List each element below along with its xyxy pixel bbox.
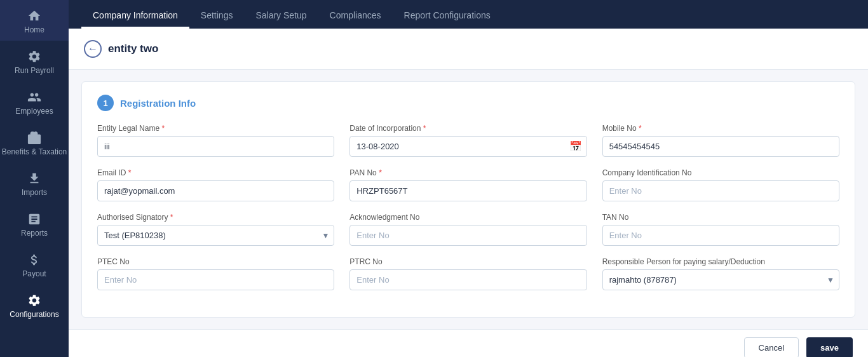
configurations-icon (27, 293, 41, 307)
tab-salary-setup[interactable]: Salary Setup (244, 4, 318, 29)
sidebar-item-payout[interactable]: Payout (0, 244, 69, 285)
mobile-no-group: Mobile No * (602, 124, 839, 157)
form-row-2: Email ID * PAN No * Company Identificati… (97, 168, 839, 201)
pan-no-group: PAN No * (349, 168, 587, 201)
authorised-signatory-wrapper: Test (EP810238) ▼ (97, 225, 334, 246)
save-button[interactable]: save (806, 337, 853, 357)
sidebar-item-label: Payout (22, 269, 46, 278)
acknowledgment-no-input[interactable] (349, 225, 587, 246)
entity-name: entity two (108, 43, 158, 55)
ptrc-no-input[interactable] (349, 269, 587, 290)
sidebar-item-reports[interactable]: Reports (0, 203, 69, 244)
tab-compliances[interactable]: Compliances (318, 4, 393, 29)
run-payroll-icon (27, 50, 41, 64)
sidebar-item-label: Home (24, 25, 44, 34)
date-of-incorporation-label: Date of Incorporation * (349, 124, 587, 133)
cancel-button[interactable]: Cancel (744, 337, 799, 357)
form-row-3: Authorised Signatory * Test (EP810238) ▼… (97, 213, 839, 246)
form-row-4: PTEC No PTRC No Responsible Person for p… (97, 257, 839, 290)
entity-legal-name-label: Entity Legal Name * (97, 124, 334, 133)
section-title: Registration Info (120, 98, 196, 109)
calendar-icon[interactable]: 📅 (569, 140, 582, 152)
back-button[interactable]: ← (84, 40, 102, 58)
payout-icon (27, 253, 41, 267)
tab-company-information[interactable]: Company Information (81, 4, 189, 29)
section-header: 1 Registration Info (97, 95, 839, 111)
tan-no-group: TAN No (602, 213, 839, 246)
email-id-input[interactable] (97, 180, 334, 201)
tan-no-label: TAN No (602, 213, 839, 222)
ptec-no-label: PTEC No (97, 257, 334, 266)
sidebar: Home Run Payroll Employees Benefits & Ta… (0, 0, 69, 357)
company-identification-input[interactable] (602, 180, 839, 201)
ptec-no-input[interactable] (97, 269, 334, 290)
sidebar-item-employees[interactable]: Employees (0, 81, 69, 122)
tan-no-input[interactable] (602, 225, 839, 246)
mobile-no-label: Mobile No * (602, 124, 839, 133)
sidebar-item-benefits-taxation[interactable]: Benefits & Taxation (0, 122, 69, 163)
ptrc-no-group: PTRC No (349, 257, 587, 290)
sidebar-item-label: Imports (22, 188, 47, 197)
responsible-person-wrapper: rajmahto (878787) ▼ (602, 269, 839, 290)
authorised-signatory-group: Authorised Signatory * Test (EP810238) ▼ (97, 213, 334, 246)
date-input-wrapper: 📅 (349, 136, 587, 157)
tab-settings[interactable]: Settings (189, 4, 245, 29)
company-identification-group: Company Identification No (602, 168, 839, 201)
ptec-no-group: PTEC No (97, 257, 334, 290)
sidebar-item-label: Benefits & Taxation (2, 147, 67, 156)
sidebar-item-label: Run Payroll (15, 66, 54, 75)
date-of-incorporation-group: Date of Incorporation * 📅 (349, 124, 587, 157)
sidebar-item-label: Reports (21, 229, 48, 238)
entity-legal-name-input[interactable] (97, 136, 334, 157)
footer-bar: Cancel save (69, 329, 868, 357)
date-of-incorporation-input[interactable] (349, 136, 587, 157)
tab-report-configurations[interactable]: Report Configurations (393, 4, 502, 29)
responsible-person-label: Responsible Person for paying salary/Ded… (602, 257, 839, 266)
company-identification-label: Company Identification No (602, 168, 839, 177)
sidebar-item-run-payroll[interactable]: Run Payroll (0, 41, 69, 81)
entity-legal-name-group: Entity Legal Name * (97, 124, 334, 157)
acknowledgment-no-group: Acknowledgment No (349, 213, 587, 246)
reports-icon (27, 212, 41, 226)
home-icon (27, 9, 41, 23)
sidebar-item-configurations[interactable]: Configurations (0, 285, 69, 325)
sidebar-item-home[interactable]: Home (0, 0, 69, 41)
ptrc-no-label: PTRC No (349, 257, 587, 266)
imports-icon (27, 172, 41, 185)
mobile-no-input[interactable] (602, 136, 839, 157)
sidebar-item-imports[interactable]: Imports (0, 163, 69, 203)
authorised-signatory-select[interactable]: Test (EP810238) (97, 225, 334, 246)
pan-no-label: PAN No * (349, 168, 587, 177)
back-header: ← entity two (69, 29, 868, 70)
sidebar-item-label: Configurations (10, 310, 58, 319)
pan-no-input[interactable] (349, 180, 587, 201)
responsible-person-select[interactable]: rajmahto (878787) (602, 269, 839, 290)
email-id-group: Email ID * (97, 168, 334, 201)
sidebar-item-label: Employees (15, 107, 53, 116)
section-number: 1 (97, 95, 114, 111)
benefits-icon (27, 131, 41, 145)
form-row-1: Entity Legal Name * Date of Incorporatio… (97, 124, 839, 157)
main-area: Company Information Settings Salary Setu… (69, 0, 868, 357)
registration-info-section: 1 Registration Info Entity Legal Name * … (81, 81, 855, 318)
responsible-person-group: Responsible Person for paying salary/Ded… (602, 257, 839, 290)
content-area: ← entity two 1 Registration Info Entity … (69, 29, 868, 357)
email-id-label: Email ID * (97, 168, 334, 177)
acknowledgment-no-label: Acknowledgment No (349, 213, 587, 222)
top-nav: Company Information Settings Salary Setu… (69, 0, 868, 29)
authorised-signatory-label: Authorised Signatory * (97, 213, 334, 222)
employees-icon (27, 90, 41, 104)
